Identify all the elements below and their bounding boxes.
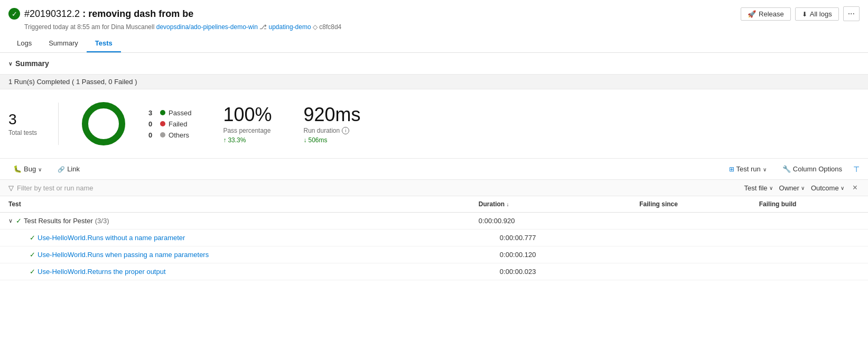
branch-link[interactable]: updating-demo xyxy=(269,23,311,31)
test-row-cell: ✓ Use-HelloWorld.Returns the proper outp… xyxy=(0,263,470,280)
download-icon xyxy=(802,10,807,18)
test-name-link[interactable]: Use-HelloWorld.Returns the proper output xyxy=(38,268,166,276)
test-row-cell: ✓ Use-HelloWorld.Runs when passing a nam… xyxy=(0,246,470,263)
more-options-button[interactable]: ··· xyxy=(843,6,860,21)
run-duration-section: 920ms Run duration i 506ms xyxy=(303,104,360,144)
col-failing-build: Failing build xyxy=(751,196,868,213)
table-row: ✓ Use-HelloWorld.Runs without a name par… xyxy=(0,230,868,246)
tab-logs[interactable]: Logs xyxy=(8,35,40,52)
repo-link[interactable]: devopsdina/ado-pipelines-demo-win xyxy=(156,23,258,31)
arrow-down-icon xyxy=(303,136,306,144)
link-label: Link xyxy=(67,165,80,173)
svg-point-3 xyxy=(93,113,114,134)
table-row: ∨ ✓ Test Results for Pester (3/3) 0:00:0… xyxy=(0,213,868,230)
duration-label-text: Run duration xyxy=(303,127,340,134)
group-duration: 0:00:00.920 xyxy=(470,213,631,230)
test-pass-icon: ✓ xyxy=(30,251,35,259)
info-icon[interactable]: i xyxy=(342,127,349,134)
donut-svg xyxy=(80,100,127,148)
test-file-label: Test file xyxy=(744,184,768,192)
runs-text: 1 Run(s) Completed ( 1 Passed, 0 Failed … xyxy=(8,78,137,86)
outcome-chevron-icon: ∨ xyxy=(841,185,844,191)
page-header: ✓ #20190312.2 : removing dash from be Re… xyxy=(0,0,868,53)
table-row: ✓ Use-HelloWorld.Runs when passing a nam… xyxy=(0,246,868,263)
test-name-link[interactable]: Use-HelloWorld.Runs without a name param… xyxy=(38,234,185,242)
duration-sort-icon: ↓ xyxy=(507,202,509,207)
filter-right: Test file ∨ Owner ∨ Outcome ∨ × xyxy=(744,183,860,193)
column-options-label: Column Options xyxy=(793,165,842,173)
build-name: : xyxy=(82,8,88,19)
table-header: Test Duration ↓ Failing since Failing bu… xyxy=(0,196,868,213)
filter-close-button[interactable]: × xyxy=(851,183,860,193)
rocket-icon xyxy=(748,10,756,18)
group-name: Test Results for Pester xyxy=(24,217,93,225)
test-failing-build xyxy=(751,263,868,280)
bug-label: Bug xyxy=(24,165,36,173)
test-failing-since xyxy=(631,246,751,263)
filter-left: ▽ Filter by test or run name xyxy=(8,184,94,192)
test-name-cell: ✓ Use-HelloWorld.Returns the proper outp… xyxy=(30,268,462,276)
link-icon xyxy=(58,165,65,173)
duration-change: 506ms xyxy=(303,136,360,144)
group-failing-since xyxy=(631,213,751,230)
test-file-dropdown[interactable]: Test file ∨ xyxy=(744,184,773,192)
bug-button[interactable]: 🐛 Bug xyxy=(8,163,46,175)
summary-header[interactable]: ∨ Summary xyxy=(8,59,860,68)
test-run-button[interactable]: Test run xyxy=(724,163,771,175)
build-subtitle: Triggered today at 8:55 am for Dina Musc… xyxy=(8,23,860,31)
owner-chevron-icon: ∨ xyxy=(801,185,805,191)
passed-count: 3 xyxy=(148,109,157,117)
test-duration: 0:00:00.777 xyxy=(470,230,631,246)
pass-percentage-change: 33.3% xyxy=(223,136,272,144)
test-duration: 0:00:00.023 xyxy=(470,263,631,280)
test-name-link[interactable]: Use-HelloWorld.Runs when passing a name … xyxy=(38,251,209,259)
pass-percentage-label: Pass percentage xyxy=(223,127,272,134)
stats-row: 3 Total tests 3 Passed 0 Failed xyxy=(0,89,868,158)
toolbar-right: Test run 🔧 Column Options ⊤ xyxy=(724,163,860,175)
bug-chevron-icon xyxy=(38,165,42,173)
subtitle-text: Triggered today at 8:55 am for Dina Musc… xyxy=(24,23,154,31)
failed-dot xyxy=(160,121,165,126)
others-label: Others xyxy=(169,131,189,139)
duration-change-value: 506ms xyxy=(308,136,327,144)
collapse-icon[interactable]: ∨ xyxy=(8,217,13,224)
col-duration[interactable]: Duration ↓ xyxy=(470,196,631,213)
build-name-text: removing dash from be xyxy=(88,8,193,19)
legend: 3 Passed 0 Failed 0 Others xyxy=(148,109,191,139)
nav-tabs: Logs Summary Tests xyxy=(8,35,860,52)
test-file-chevron-icon: ∨ xyxy=(769,185,773,191)
filter-funnel-icon: ▽ xyxy=(8,184,14,192)
total-tests-count: 3 xyxy=(8,111,37,128)
outcome-label: Outcome xyxy=(811,184,839,192)
failed-label: Failed xyxy=(169,120,187,128)
column-options-button[interactable]: 🔧 Column Options xyxy=(778,163,847,175)
tab-tests[interactable]: Tests xyxy=(87,35,121,52)
filter-placeholder[interactable]: Filter by test or run name xyxy=(17,184,94,192)
outcome-dropdown[interactable]: Outcome ∨ xyxy=(811,184,844,192)
title-actions: Release All logs ··· xyxy=(741,6,860,21)
link-button[interactable]: Link xyxy=(53,163,85,175)
group-row-cell: ∨ ✓ Test Results for Pester (3/3) xyxy=(0,213,470,230)
legend-passed: 3 Passed xyxy=(148,109,191,117)
group-name-cell: ∨ ✓ Test Results for Pester (3/3) xyxy=(8,217,462,225)
group-count: (3/3) xyxy=(95,217,109,225)
passed-label: Passed xyxy=(169,109,191,117)
test-name-cell: ✓ Use-HelloWorld.Runs without a name par… xyxy=(30,234,462,242)
owner-label: Owner xyxy=(779,184,799,192)
group-failing-build xyxy=(751,213,868,230)
release-button[interactable]: Release xyxy=(741,7,791,21)
filter-icon[interactable]: ⊤ xyxy=(853,165,860,173)
legend-others: 0 Others xyxy=(148,131,191,139)
run-duration: 920ms xyxy=(303,104,360,126)
pass-change-value: 33.3% xyxy=(228,136,246,144)
all-logs-button[interactable]: All logs xyxy=(795,7,839,21)
pass-percentage-section: 100% Pass percentage 33.3% xyxy=(223,104,272,144)
tab-summary[interactable]: Summary xyxy=(40,35,87,52)
test-failing-build xyxy=(751,246,868,263)
filter-bar: ▽ Filter by test or run name Test file ∨… xyxy=(0,180,868,196)
group-pass-icon: ✓ xyxy=(16,217,22,225)
test-duration: 0:00:00.120 xyxy=(470,246,631,263)
test-row-cell: ✓ Use-HelloWorld.Runs without a name par… xyxy=(0,230,470,246)
owner-dropdown[interactable]: Owner ∨ xyxy=(779,184,805,192)
action-toolbar: 🐛 Bug Link Test run 🔧 Column Options ⊤ xyxy=(0,158,868,180)
